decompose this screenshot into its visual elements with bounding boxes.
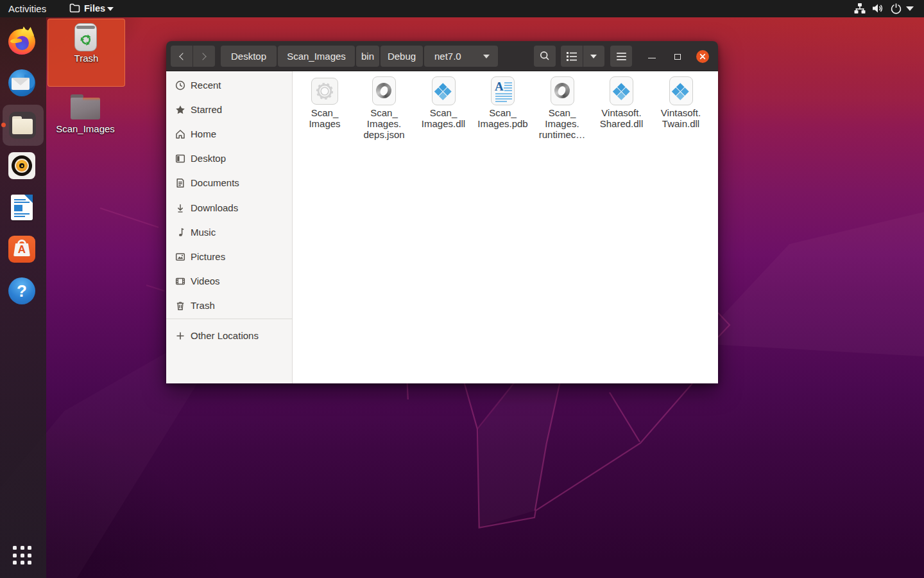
svg-text:A: A bbox=[495, 80, 504, 93]
